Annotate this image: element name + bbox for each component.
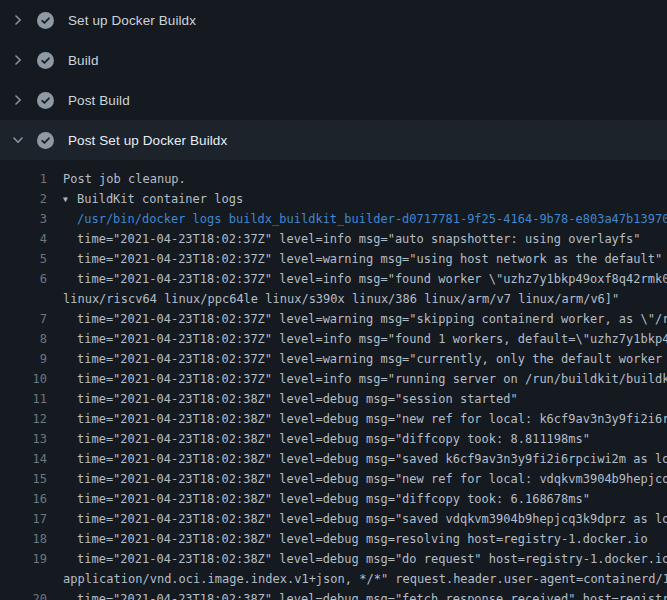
step-title: Set up Docker Buildx (68, 13, 196, 28)
log-line-number[interactable]: 3 (0, 209, 47, 229)
log-line-text: time="2021-04-23T18:02:38Z" level=debug … (47, 449, 667, 469)
log-line: 19 time="2021-04-23T18:02:38Z" level=deb… (0, 549, 667, 569)
log-line-number[interactable]: 10 (0, 369, 47, 389)
log-line: 9 time="2021-04-23T18:02:37Z" level=warn… (0, 349, 667, 369)
log-line-text: time="2021-04-23T18:02:38Z" level=debug … (47, 469, 667, 489)
check-circle-icon (37, 12, 54, 29)
steps-list: Set up Docker Buildx Build P (0, 0, 667, 160)
log-line: 20 time="2021-04-23T18:02:38Z" level=deb… (0, 589, 667, 600)
step-header-post-set-up-docker-buildx[interactable]: Post Set up Docker Buildx (0, 120, 667, 160)
log-line-text: time="2021-04-23T18:02:37Z" level=info m… (47, 269, 667, 289)
log-line-number[interactable]: 12 (0, 409, 47, 429)
check-circle-icon (37, 132, 54, 149)
log-line-text: time="2021-04-23T18:02:37Z" level=info m… (47, 329, 667, 349)
log-line-number[interactable]: 17 (0, 509, 47, 529)
log-line: linux/riscv64 linux/ppc64le linux/s390x … (0, 289, 667, 309)
log-line: 3 /usr/bin/docker logs buildx_buildkit_b… (0, 209, 667, 229)
log-line-text: time="2021-04-23T18:02:38Z" level=debug … (47, 489, 590, 509)
step-title: Post Set up Docker Buildx (68, 133, 227, 148)
step-header-build[interactable]: Build (0, 40, 667, 80)
log-line: 16 time="2021-04-23T18:02:38Z" level=deb… (0, 489, 667, 509)
log-line: 12 time="2021-04-23T18:02:38Z" level=deb… (0, 409, 667, 429)
log-line: 11 time="2021-04-23T18:02:38Z" level=deb… (0, 389, 667, 409)
log-line-text: time="2021-04-23T18:02:38Z" level=debug … (47, 389, 518, 409)
step-header-post-build[interactable]: Post Build (0, 80, 667, 120)
log-group-title: ▼BuildKit container logs (47, 189, 243, 209)
log-line-number[interactable]: 6 (0, 269, 47, 289)
log-line-text: time="2021-04-23T18:02:37Z" level=warnin… (47, 349, 667, 369)
log-line: 2 ▼BuildKit container logs (0, 189, 667, 209)
log-line-text: time="2021-04-23T18:02:37Z" level=info m… (47, 229, 641, 249)
chevron-right-icon (12, 14, 24, 26)
log-line: application/vnd.oci.image.index.v1+json,… (0, 569, 667, 589)
log-line-text: time="2021-04-23T18:02:38Z" level=debug … (47, 509, 667, 529)
log-line-number[interactable]: 19 (0, 549, 47, 569)
log-line-number[interactable]: 13 (0, 429, 47, 449)
log-line-text: time="2021-04-23T18:02:38Z" level=debug … (47, 589, 667, 600)
step-title: Post Build (68, 93, 130, 108)
log-line-number[interactable]: 8 (0, 329, 47, 349)
log-line: 14 time="2021-04-23T18:02:38Z" level=deb… (0, 449, 667, 469)
log-line: 18 time="2021-04-23T18:02:38Z" level=deb… (0, 529, 667, 549)
log-line: 10 time="2021-04-23T18:02:37Z" level=inf… (0, 369, 667, 389)
log-line-text: time="2021-04-23T18:02:37Z" level=warnin… (47, 249, 662, 269)
log-line-text: time="2021-04-23T18:02:38Z" level=debug … (47, 529, 648, 549)
log-line-number[interactable]: 1 (0, 169, 47, 189)
log-line-number[interactable]: 4 (0, 229, 47, 249)
log-line-number[interactable]: 15 (0, 469, 47, 489)
log-line-number[interactable]: 5 (0, 249, 47, 269)
log-line-text: Post job cleanup. (47, 169, 186, 189)
chevron-right-icon (12, 94, 24, 106)
log-line-text: time="2021-04-23T18:02:37Z" level=warnin… (47, 309, 667, 329)
log-line: 17 time="2021-04-23T18:02:38Z" level=deb… (0, 509, 667, 529)
check-circle-icon (37, 92, 54, 109)
log-line-text: /usr/bin/docker logs buildx_buildkit_bui… (47, 209, 667, 229)
log-line-text: time="2021-04-23T18:02:38Z" level=debug … (47, 549, 667, 569)
chevron-down-icon (12, 134, 24, 146)
log-line-number[interactable]: 11 (0, 389, 47, 409)
log-line-number[interactable]: 2 (0, 189, 47, 209)
step-header-set-up-docker-buildx[interactable]: Set up Docker Buildx (0, 0, 667, 40)
log-line-text: linux/riscv64 linux/ppc64le linux/s390x … (47, 289, 619, 309)
chevron-right-icon (12, 54, 24, 66)
log-line-text: time="2021-04-23T18:02:38Z" level=debug … (47, 429, 590, 449)
log-line: 7 time="2021-04-23T18:02:37Z" level=warn… (0, 309, 667, 329)
log-line: 8 time="2021-04-23T18:02:37Z" level=info… (0, 329, 667, 349)
log-line-text: time="2021-04-23T18:02:38Z" level=debug … (47, 409, 667, 429)
log-line-number[interactable]: 16 (0, 489, 47, 509)
log-line-number[interactable]: 7 (0, 309, 47, 329)
log-line: 6 time="2021-04-23T18:02:37Z" level=info… (0, 269, 667, 289)
log-line: 1 Post job cleanup. (0, 169, 667, 189)
log-area: 1 Post job cleanup. 2 ▼BuildKit containe… (0, 160, 667, 600)
log-line-text: application/vnd.oci.image.index.v1+json,… (47, 569, 667, 589)
group-collapse-toggle-icon[interactable]: ▼ (63, 190, 77, 209)
log-line: 4 time="2021-04-23T18:02:37Z" level=info… (0, 229, 667, 249)
log-line-number[interactable]: 20 (0, 589, 47, 600)
log-line-number (0, 289, 47, 309)
log-line: 5 time="2021-04-23T18:02:37Z" level=warn… (0, 249, 667, 269)
log-line-number[interactable]: 18 (0, 529, 47, 549)
log-line-number[interactable]: 9 (0, 349, 47, 369)
log-line-number (0, 569, 47, 589)
log-line-number[interactable]: 14 (0, 449, 47, 469)
log-line: 15 time="2021-04-23T18:02:38Z" level=deb… (0, 469, 667, 489)
log-line-text: time="2021-04-23T18:02:37Z" level=info m… (47, 369, 667, 389)
step-title: Build (68, 53, 99, 68)
check-circle-icon (37, 52, 54, 69)
log-line: 13 time="2021-04-23T18:02:38Z" level=deb… (0, 429, 667, 449)
